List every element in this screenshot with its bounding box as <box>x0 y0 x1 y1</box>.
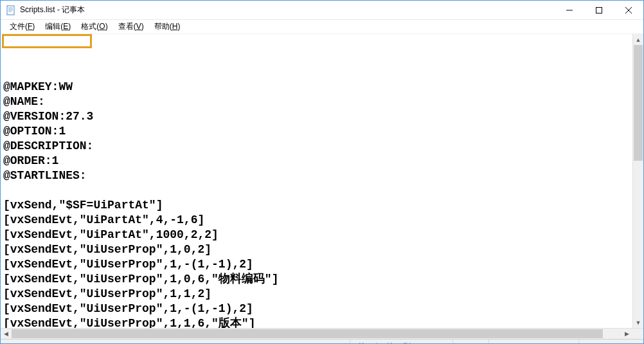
editor-line: [vxSendEvt,"UiUserProp",1,1,2] <box>3 287 630 302</box>
vertical-scrollbar[interactable]: ▲ ▼ <box>632 34 643 328</box>
scroll-thumb-v[interactable] <box>634 45 643 161</box>
editor-line <box>3 183 630 198</box>
editor-line: [vxSendEvt,"UiUserProp",1,-(1,-1),2] <box>3 302 630 316</box>
editor-line: @STARTLINES: <box>3 168 630 183</box>
scroll-thumb-h[interactable] <box>12 329 603 338</box>
horizontal-scrollbar[interactable]: ◀ ▶ <box>1 329 632 339</box>
window-title: Scripts.list - 记事本 <box>20 5 555 15</box>
menu-file[interactable]: 文件(F) <box>4 20 40 33</box>
menu-view[interactable]: 查看(V) <box>113 20 149 33</box>
minimize-button[interactable] <box>555 1 584 19</box>
editor-line: @DESCRIPTION: <box>3 139 630 154</box>
scroll-up-arrow[interactable]: ▲ <box>633 34 643 45</box>
scroll-left-arrow[interactable]: ◀ <box>1 329 12 339</box>
editor-line: [vxSendEvt,"UiPartAt",1000,2,2] <box>3 228 630 242</box>
editor-line: [vxSendEvt,"UiUserProp",1,0,2] <box>3 242 630 257</box>
editor-line: @OPTION:1 <box>3 124 630 139</box>
editor-line: @MAPKEY:WW <box>3 80 630 95</box>
scrollbar-corner <box>632 329 643 339</box>
notepad-icon <box>6 5 16 15</box>
menu-format[interactable]: 格式(O) <box>76 20 112 33</box>
status-line-ending: Windows (CRLF) <box>489 339 579 344</box>
menubar: 文件(F) 编辑(E) 格式(O) 查看(V) 帮助(H) <box>1 20 643 34</box>
editor-line: @NAME: <box>3 95 630 109</box>
status-spacer <box>1 339 350 344</box>
svg-rect-6 <box>596 7 602 13</box>
status-encoding: ANSI <box>579 339 643 344</box>
text-editor[interactable]: @MAPKEY:WW@NAME:@VERSION:27.3@OPTION:1@D… <box>1 34 632 328</box>
maximize-button[interactable] <box>584 1 614 19</box>
menu-edit[interactable]: 编辑(E) <box>40 20 76 33</box>
horizontal-scrollbar-container: ◀ ▶ <box>1 328 643 339</box>
editor-line: [vxSendEvt,"UiPartAt",4,-1,6] <box>3 213 630 228</box>
scroll-right-arrow[interactable]: ▶ <box>622 329 632 339</box>
window-controls <box>555 1 643 19</box>
close-button[interactable] <box>614 1 643 19</box>
statusbar: 第 1 行, 第 1 列 100% Windows (CRLF) ANSI <box>1 339 643 344</box>
titlebar: Scripts.list - 记事本 <box>1 1 643 20</box>
scroll-track-h[interactable] <box>12 329 622 339</box>
menu-help[interactable]: 帮助(H) <box>149 20 186 33</box>
status-zoom: 100% <box>453 339 489 344</box>
selection-highlight <box>2 34 92 48</box>
scroll-track-v[interactable] <box>633 45 643 317</box>
editor-line: [vxSendEvt,"UiUserProp",1,1,6,"版本"] <box>3 316 630 328</box>
editor-line: @ORDER:1 <box>3 154 630 168</box>
status-cursor-position: 第 1 行, 第 1 列 <box>350 339 453 344</box>
editor-line: @VERSION:27.3 <box>3 109 630 124</box>
editor-line: [vxSend,"$SF=UiPartAt"] <box>3 198 630 213</box>
scroll-down-arrow[interactable]: ▼ <box>633 317 643 328</box>
editor-container: @MAPKEY:WW@NAME:@VERSION:27.3@OPTION:1@D… <box>1 34 643 328</box>
editor-line: [vxSendEvt,"UiUserProp",1,0,6,"物料编码"] <box>3 272 630 287</box>
editor-line: [vxSendEvt,"UiUserProp",1,-(1,-1),2] <box>3 257 630 272</box>
